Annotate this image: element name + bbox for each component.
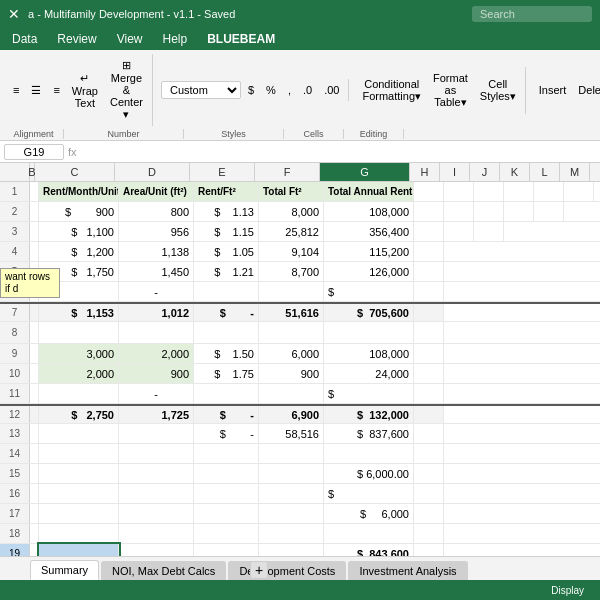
row-num-15[interactable]: 15	[0, 464, 30, 483]
cell-c15[interactable]	[39, 464, 119, 483]
insert-button[interactable]: Insert	[534, 81, 572, 99]
menu-bluebeam[interactable]: BLUEBEAM	[203, 30, 279, 48]
cell-c4[interactable]: $ 1,200	[39, 242, 119, 261]
cell-e16[interactable]	[194, 484, 259, 503]
cell-e8[interactable]	[194, 322, 259, 343]
add-sheet-button[interactable]: +	[250, 561, 268, 579]
row-num-1[interactable]: 1	[0, 182, 30, 201]
cell-g9[interactable]: 108,000	[324, 344, 414, 363]
increase-decimal-button[interactable]: .00	[319, 81, 344, 99]
cell-e10[interactable]: $ 1.75	[194, 364, 259, 383]
cell-b13[interactable]	[30, 424, 39, 443]
cell-e6[interactable]	[194, 282, 259, 301]
cell-g7[interactable]: $ 705,600	[324, 304, 414, 321]
cell-g8[interactable]	[324, 322, 414, 343]
cell-h9[interactable]	[414, 344, 444, 363]
cell-e14[interactable]	[194, 444, 259, 463]
align-right-button[interactable]: ≡	[48, 81, 64, 99]
cell-d17[interactable]	[119, 504, 194, 523]
cell-g14[interactable]	[324, 444, 414, 463]
cell-e3[interactable]: $ 1.15	[194, 222, 259, 241]
col-header-d[interactable]: D	[115, 163, 190, 181]
cell-e17[interactable]	[194, 504, 259, 523]
cell-b1[interactable]	[30, 182, 39, 201]
merge-center-button[interactable]: ⊞ Merge & Center ▾	[105, 56, 148, 124]
cell-b10[interactable]	[30, 364, 39, 383]
cell-g15[interactable]: $ 6,000.00	[324, 464, 414, 483]
row-num-13[interactable]: 13	[0, 424, 30, 443]
row-num-4[interactable]: 4	[0, 242, 30, 261]
cell-b4[interactable]	[30, 242, 39, 261]
cell-d12[interactable]: 1,725	[119, 406, 194, 423]
cell-d9[interactable]: 2,000	[119, 344, 194, 363]
col-header-m[interactable]: M	[560, 163, 590, 181]
sheet-tab-noi[interactable]: NOI, Max Debt Calcs	[101, 561, 226, 580]
menu-help[interactable]: Help	[159, 30, 192, 48]
cell-f2[interactable]: 8,000	[259, 202, 324, 221]
cell-c13[interactable]	[39, 424, 119, 443]
cell-e5[interactable]: $ 1.21	[194, 262, 259, 281]
cell-b14[interactable]	[30, 444, 39, 463]
cell-b18[interactable]	[30, 524, 39, 543]
cell-j1[interactable]	[474, 182, 504, 201]
cell-c14[interactable]	[39, 444, 119, 463]
cell-c16[interactable]	[39, 484, 119, 503]
row-num-10[interactable]: 10	[0, 364, 30, 383]
cell-g18[interactable]	[324, 524, 414, 543]
cell-h7[interactable]	[414, 304, 444, 321]
cell-f12[interactable]: 6,900	[259, 406, 324, 423]
cell-l2[interactable]	[534, 202, 564, 221]
cell-d18[interactable]	[119, 524, 194, 543]
cell-f14[interactable]	[259, 444, 324, 463]
cell-b15[interactable]	[30, 464, 39, 483]
row-num-17[interactable]: 17	[0, 504, 30, 523]
cell-e13[interactable]: $ -	[194, 424, 259, 443]
cell-g11[interactable]: $	[324, 384, 414, 403]
cell-h16[interactable]	[414, 484, 444, 503]
cell-g2[interactable]: 108,000	[324, 202, 414, 221]
cell-h18[interactable]	[414, 524, 444, 543]
cell-f6[interactable]	[259, 282, 324, 301]
cell-f13[interactable]: 58,516	[259, 424, 324, 443]
cell-h4[interactable]	[414, 242, 444, 261]
percent-button[interactable]: %	[261, 81, 281, 99]
cell-f16[interactable]	[259, 484, 324, 503]
row-num-16[interactable]: 16	[0, 484, 30, 503]
cell-h10[interactable]	[414, 364, 444, 383]
cell-c9[interactable]: 3,000	[39, 344, 119, 363]
menu-view[interactable]: View	[113, 30, 147, 48]
cell-b2[interactable]	[30, 202, 39, 221]
menu-review[interactable]: Review	[53, 30, 100, 48]
col-header-k[interactable]: K	[500, 163, 530, 181]
cell-b3[interactable]	[30, 222, 39, 241]
cell-f17[interactable]	[259, 504, 324, 523]
number-format-select[interactable]: Custom General Number Currency Accountin…	[161, 81, 241, 99]
col-header-j[interactable]: J	[470, 163, 500, 181]
currency-button[interactable]: $	[243, 81, 259, 99]
row-num-3[interactable]: 3	[0, 222, 30, 241]
cell-d1[interactable]: Area/Unit (ft²)	[119, 182, 194, 201]
cell-c3[interactable]: $ 1,100	[39, 222, 119, 241]
cell-f10[interactable]: 900	[259, 364, 324, 383]
search-input[interactable]	[472, 6, 592, 22]
cell-e1[interactable]: Rent/Ft²	[194, 182, 259, 201]
col-header-f[interactable]: F	[255, 163, 320, 181]
cell-c18[interactable]	[39, 524, 119, 543]
row-num-12[interactable]: 12	[0, 406, 30, 423]
cell-f15[interactable]	[259, 464, 324, 483]
wrap-text-button[interactable]: ↵ Wrap Text	[67, 69, 103, 112]
cell-g16[interactable]: $	[324, 484, 414, 503]
cell-h2[interactable]	[414, 202, 444, 221]
cell-c8[interactable]	[39, 322, 119, 343]
cell-b8[interactable]	[30, 322, 39, 343]
cell-d5[interactable]: 1,450	[119, 262, 194, 281]
cell-f18[interactable]	[259, 524, 324, 543]
format-as-table-button[interactable]: Format asTable▾	[428, 69, 473, 112]
sheet-tab-investment[interactable]: Investment Analysis	[348, 561, 467, 580]
cell-e15[interactable]	[194, 464, 259, 483]
cell-d13[interactable]	[119, 424, 194, 443]
col-header-c[interactable]: C	[35, 163, 115, 181]
cell-h6[interactable]	[414, 282, 444, 301]
cell-f1[interactable]: Total Ft²	[259, 182, 324, 201]
cell-h15[interactable]	[414, 464, 444, 483]
